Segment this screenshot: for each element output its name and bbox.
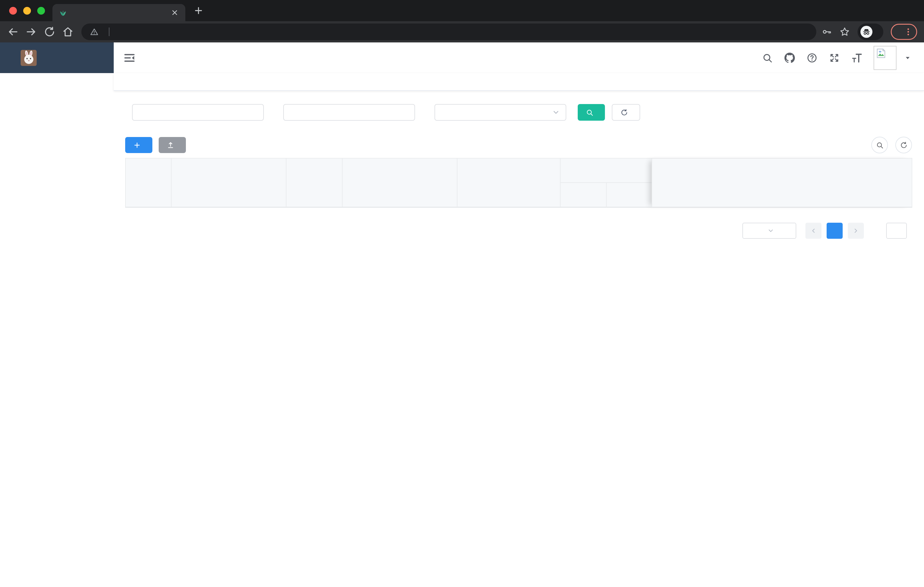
column-group-latest-deployment bbox=[561, 159, 652, 207]
column-header-created bbox=[457, 159, 561, 207]
window-controls bbox=[0, 7, 53, 15]
bookmark-star-icon[interactable] bbox=[839, 26, 850, 37]
search-icon bbox=[876, 141, 884, 149]
font-size-icon[interactable] bbox=[851, 53, 862, 63]
goto-page-input[interactable] bbox=[886, 223, 907, 239]
prev-page-button[interactable] bbox=[805, 223, 822, 239]
import-process-button[interactable] bbox=[159, 137, 186, 153]
sidebar-collapse-icon[interactable] bbox=[124, 52, 135, 64]
menu-dots-icon[interactable] bbox=[904, 27, 913, 36]
browser-tab[interactable] bbox=[53, 4, 185, 21]
avatar[interactable] bbox=[874, 46, 896, 70]
fullscreen-icon[interactable] bbox=[829, 53, 840, 63]
search-button[interactable] bbox=[578, 104, 605, 121]
fixed-actions-column bbox=[652, 159, 912, 207]
tags-bar bbox=[114, 73, 924, 91]
broken-image-icon bbox=[875, 48, 887, 59]
home-icon[interactable] bbox=[62, 26, 74, 38]
incognito-badge bbox=[858, 23, 883, 40]
chevron-left-icon bbox=[810, 227, 817, 234]
browser-update-button[interactable] bbox=[891, 24, 917, 40]
refresh-icon bbox=[900, 141, 908, 149]
zoom-window-button[interactable] bbox=[37, 7, 45, 15]
chevron-down-icon bbox=[552, 108, 560, 116]
page-content bbox=[114, 91, 924, 587]
next-page-button[interactable] bbox=[848, 223, 864, 239]
browser-actions bbox=[822, 23, 917, 40]
forward-icon[interactable] bbox=[25, 26, 37, 38]
page-size-select[interactable] bbox=[742, 223, 796, 239]
page-number-button[interactable] bbox=[827, 223, 843, 239]
browser-tabstrip bbox=[0, 0, 924, 21]
main-area bbox=[114, 42, 924, 587]
sidebar bbox=[0, 42, 114, 587]
minimize-window-button[interactable] bbox=[23, 7, 31, 15]
divider bbox=[109, 28, 109, 36]
help-icon[interactable] bbox=[807, 53, 817, 63]
column-header-version bbox=[561, 183, 607, 207]
reload-icon[interactable] bbox=[43, 26, 56, 38]
process-model-table bbox=[125, 158, 912, 208]
tab-close-icon[interactable] bbox=[170, 8, 179, 17]
navbar-actions bbox=[762, 46, 911, 70]
column-header-state bbox=[607, 183, 652, 207]
filter-form bbox=[125, 104, 924, 121]
plus-icon bbox=[133, 141, 141, 149]
column-header-id bbox=[126, 159, 172, 207]
process-name-input[interactable] bbox=[283, 104, 415, 121]
back-icon[interactable] bbox=[7, 26, 19, 38]
not-secure-warning-icon bbox=[90, 28, 99, 36]
browser-chrome bbox=[0, 0, 924, 42]
app bbox=[0, 42, 924, 587]
column-header-actions bbox=[652, 159, 912, 207]
browser-urlbar bbox=[0, 21, 924, 42]
close-window-button[interactable] bbox=[9, 7, 17, 15]
search-icon bbox=[586, 109, 594, 116]
rabbit-logo-icon bbox=[21, 50, 37, 66]
column-header-category bbox=[286, 159, 343, 207]
reset-button[interactable] bbox=[612, 104, 640, 121]
table-tools bbox=[871, 137, 912, 153]
address-bar[interactable] bbox=[81, 23, 816, 40]
refresh-icon bbox=[620, 109, 628, 116]
show-search-button[interactable] bbox=[871, 137, 888, 153]
process-category-select[interactable] bbox=[434, 104, 566, 121]
favicon-leaf-icon bbox=[59, 8, 67, 17]
create-process-button[interactable] bbox=[125, 137, 152, 153]
search-icon[interactable] bbox=[762, 53, 773, 63]
table-toolbar bbox=[125, 137, 924, 153]
new-tab-button[interactable] bbox=[193, 5, 204, 16]
sidebar-logo[interactable] bbox=[0, 42, 114, 73]
chevron-right-icon bbox=[852, 227, 859, 234]
column-header-form bbox=[343, 159, 457, 207]
github-icon[interactable] bbox=[784, 53, 795, 63]
chevron-down-icon bbox=[767, 227, 774, 234]
caret-down-icon[interactable] bbox=[904, 54, 911, 62]
column-header-name bbox=[172, 159, 286, 207]
incognito-icon bbox=[862, 28, 871, 36]
navbar bbox=[114, 42, 924, 73]
upload-icon bbox=[167, 141, 175, 149]
password-key-icon[interactable] bbox=[822, 26, 832, 37]
pagination bbox=[125, 223, 924, 239]
refresh-table-button[interactable] bbox=[895, 137, 912, 153]
process-id-input[interactable] bbox=[132, 104, 264, 121]
